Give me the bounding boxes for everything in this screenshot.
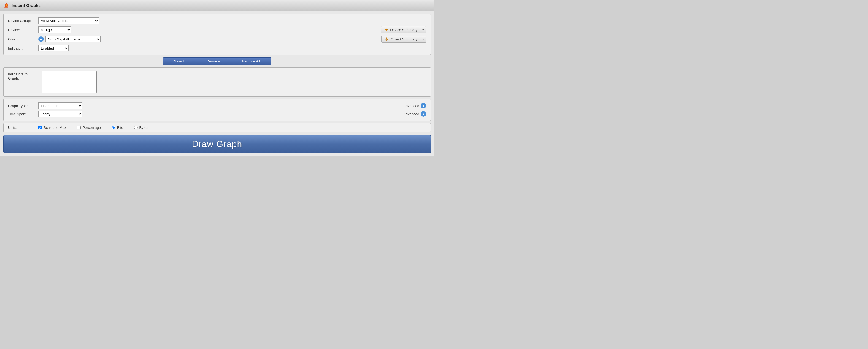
graph-type-select[interactable]: Line GraphBar GraphArea Graph xyxy=(38,102,82,109)
object-row: Object: ▲ Gi0 - GigabitEthernet0 Object … xyxy=(8,35,426,43)
object-summary-group: Object Summary ▼ xyxy=(381,35,426,43)
units-percentage-option[interactable]: Percentage xyxy=(77,126,101,130)
units-bits-radio[interactable] xyxy=(112,126,116,129)
indicator-label: Indicator: xyxy=(8,46,38,50)
device-summary-label: Device Summary xyxy=(390,28,417,32)
main-content: Device Group: All Device Groups Device: … xyxy=(0,11,434,156)
indicator-control: Enabled xyxy=(38,45,426,51)
device-summary-dropdown[interactable]: ▼ xyxy=(421,26,426,33)
units-bits-label: Bits xyxy=(117,126,123,130)
graph-type-row: Graph Type: Line GraphBar GraphArea Grap… xyxy=(8,102,426,109)
graph-type-advanced-label: Advanced xyxy=(403,104,419,108)
units-bytes-radio[interactable] xyxy=(134,126,138,129)
time-span-select[interactable]: TodayYesterdayLast 7 DaysLast 30 Days xyxy=(38,111,82,117)
remove-all-button[interactable]: Remove All xyxy=(231,57,271,65)
form-panel: Device Group: All Device Groups Device: … xyxy=(3,14,431,55)
device-group-label: Device Group: xyxy=(8,19,38,23)
units-scaled-checkbox[interactable] xyxy=(38,126,42,129)
device-group-control: All Device Groups xyxy=(38,18,426,24)
svg-marker-2 xyxy=(385,37,388,41)
object-select[interactable]: Gi0 - GigabitEthernet0 xyxy=(45,36,100,42)
app-header: Instant Graphs xyxy=(0,0,434,11)
object-summary-button-group: Object Summary ▼ xyxy=(381,35,426,43)
device-label: Device: xyxy=(8,28,38,32)
graph-type-advanced-icon: ▲ xyxy=(421,103,426,108)
time-span-advanced-label: Advanced xyxy=(403,112,419,116)
units-percentage-label: Percentage xyxy=(82,126,101,130)
units-options: Scaled to Max Percentage Bits Bytes xyxy=(38,126,426,130)
graph-settings-panel: Graph Type: Line GraphBar GraphArea Grap… xyxy=(3,99,431,121)
object-summary-button[interactable]: Object Summary xyxy=(381,35,421,43)
units-label: Units: xyxy=(8,126,38,130)
units-scaled-label: Scaled to Max xyxy=(43,126,66,130)
device-summary-button[interactable]: Device Summary xyxy=(381,26,421,33)
app-logo-icon xyxy=(3,2,9,8)
indicators-listbox[interactable] xyxy=(41,71,97,93)
units-scaled-option[interactable]: Scaled to Max xyxy=(38,126,66,130)
units-percentage-checkbox[interactable] xyxy=(77,126,81,129)
graph-type-label: Graph Type: xyxy=(8,104,38,108)
object-summary-label: Object Summary xyxy=(391,37,417,41)
device-group-select[interactable]: All Device Groups xyxy=(38,18,99,24)
device-summary-button-group: Device Summary ▼ xyxy=(381,26,426,33)
svg-marker-1 xyxy=(385,28,388,32)
time-span-advanced-icon: ▲ xyxy=(421,111,426,117)
units-bytes-option[interactable]: Bytes xyxy=(134,126,149,130)
units-bytes-label: Bytes xyxy=(140,126,149,130)
device-group-row: Device Group: All Device Groups xyxy=(8,18,426,24)
time-span-advanced[interactable]: Advanced ▲ xyxy=(403,111,426,117)
indicator-select[interactable]: Enabled xyxy=(38,45,69,51)
time-span-label: Time Span: xyxy=(8,112,38,116)
units-panel: Units: Scaled to Max Percentage Bits Byt… xyxy=(3,123,431,132)
device-summary-group: Device Summary ▼ xyxy=(381,26,426,33)
object-label: Object: xyxy=(8,37,38,41)
remove-button[interactable]: Remove xyxy=(195,57,231,65)
device-row: Device: a10-g3 Device Summary ▼ xyxy=(8,26,426,33)
object-info-icon[interactable]: ▲ xyxy=(38,36,44,42)
time-span-row: Time Span: TodayYesterdayLast 7 DaysLast… xyxy=(8,111,426,117)
app-title: Instant Graphs xyxy=(11,3,41,8)
object-control-area: ▲ Gi0 - GigabitEthernet0 xyxy=(38,36,100,42)
indicators-label: Indicators to Graph: xyxy=(8,71,38,80)
graph-type-advanced[interactable]: Advanced ▲ xyxy=(403,103,426,108)
indicators-panel: Indicators to Graph: xyxy=(3,67,431,97)
object-summary-icon xyxy=(384,37,389,41)
indicator-row: Indicator: Enabled xyxy=(8,45,426,51)
object-summary-dropdown[interactable]: ▼ xyxy=(421,35,426,43)
units-bits-option[interactable]: Bits xyxy=(112,126,123,130)
device-select[interactable]: a10-g3 xyxy=(38,27,71,33)
draw-graph-button[interactable]: Draw Graph xyxy=(3,135,431,153)
action-buttons-row: Select Remove Remove All xyxy=(3,57,431,65)
select-button[interactable]: Select xyxy=(163,57,195,65)
device-summary-icon xyxy=(384,27,389,32)
device-control: a10-g3 xyxy=(38,27,381,33)
